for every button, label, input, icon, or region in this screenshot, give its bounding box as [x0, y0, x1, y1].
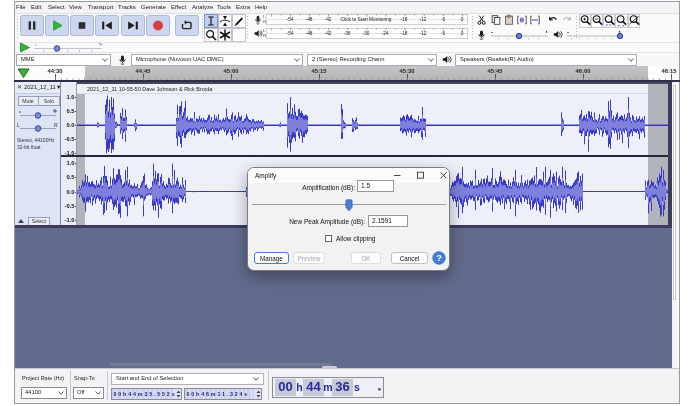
svg-text:?: ?: [436, 253, 442, 263]
